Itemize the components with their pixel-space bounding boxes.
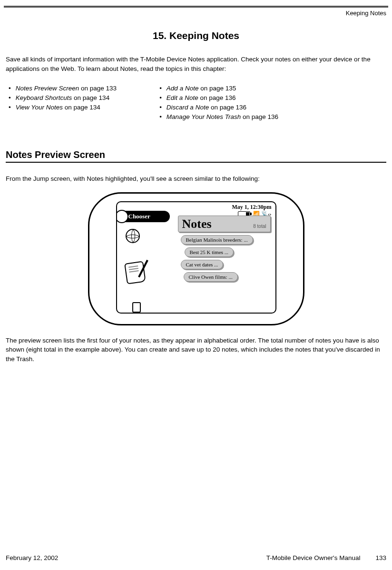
toc-page-ref: on page 134: [72, 94, 109, 101]
toc-page-ref: on page 136: [209, 104, 246, 111]
notes-preview-panel: Notes 8 total Belgian Malinois breeders:…: [178, 216, 271, 282]
toc-page-ref: on page 136: [198, 94, 236, 101]
toc-link[interactable]: Discard a Note: [167, 104, 209, 111]
toc-item: •Manage Your Notes Trash on page 136: [159, 113, 278, 120]
status-bar: May 1, 12:30pm: [117, 202, 275, 211]
section-lead: From the Jump screen, with Notes highlig…: [6, 174, 386, 184]
chooser-label: Chooser: [128, 213, 150, 220]
toc-link[interactable]: Add a Note: [167, 85, 199, 92]
chapter-toc: •Notes Preview Screen on page 133 •Keybo…: [6, 85, 386, 123]
toc-item: •Add a Note on page 135: [159, 85, 278, 92]
pencil-icon: [138, 260, 148, 277]
toc-page-ref: on page 135: [198, 85, 236, 92]
notes-preview-header: Notes 8 total: [178, 216, 271, 232]
device-screen: May 1, 12:30pm 📶 📡‹› ✦ Chooser: [116, 201, 276, 314]
page-content: 15. Keeping Notes Save all kinds of impo…: [0, 17, 392, 364]
toc-page-ref: on page 133: [79, 85, 117, 92]
toc-link[interactable]: Edit a Note: [167, 94, 198, 101]
toc-item: •View Your Notes on page 134: [9, 104, 117, 111]
notes-app-icon[interactable]: [124, 261, 146, 284]
jump-icon-column: [126, 229, 145, 313]
note-preview-item[interactable]: Best 25 K times ...: [185, 247, 234, 257]
toc-link[interactable]: Notes Preview Screen: [16, 85, 79, 92]
notes-count: 8 total: [253, 224, 266, 229]
status-datetime: May 1, 12:30pm: [232, 204, 272, 211]
section-heading: Notes Preview Screen: [6, 149, 386, 160]
note-preview-item[interactable]: Cat vet dates ...: [181, 260, 224, 269]
toc-column-right: •Add a Note on page 135 •Edit a Note on …: [159, 85, 278, 123]
globe-icon[interactable]: [126, 229, 140, 243]
toc-link[interactable]: Keyboard Shortcuts: [16, 94, 72, 101]
chapter-intro: Save all kinds of important information …: [6, 55, 386, 73]
toc-page-ref: on page 134: [63, 104, 100, 111]
section-rule: [6, 162, 386, 163]
chooser-button[interactable]: ✦ Chooser: [116, 211, 170, 222]
toc-column-left: •Notes Preview Screen on page 133 •Keybo…: [9, 85, 117, 123]
chooser-icon: ✦: [116, 210, 128, 223]
note-preview-item[interactable]: Belgian Malinois breeders: ...: [181, 235, 253, 245]
device-figure: May 1, 12:30pm 📶 📡‹› ✦ Chooser: [6, 192, 386, 325]
note-preview-item[interactable]: Clive Owen films: ...: [184, 272, 238, 282]
footer-date: February 12, 2002: [6, 554, 58, 561]
footer-page-number: 133: [375, 554, 386, 561]
toc-item: •Discard a Note on page 136: [159, 104, 278, 111]
toc-item: •Edit a Note on page 136: [159, 94, 278, 101]
app-icon[interactable]: [132, 302, 141, 313]
toc-item: •Keyboard Shortcuts on page 134: [9, 94, 117, 101]
toc-page-ref: on page 136: [241, 113, 278, 120]
footer-manual-title: T-Mobile Device Owner's Manual: [266, 554, 361, 561]
chapter-title: 15. Keeping Notes: [6, 30, 386, 41]
notes-title: Notes: [182, 217, 212, 231]
page-footer: February 12, 2002 T-Mobile Device Owner'…: [6, 554, 386, 561]
notes-preview-list: Belgian Malinois breeders: ... Best 25 K…: [178, 235, 271, 282]
toc-link[interactable]: Manage Your Notes Trash: [167, 113, 241, 120]
running-head: Keeping Notes: [0, 8, 392, 17]
toc-link[interactable]: View Your Notes: [16, 104, 63, 111]
section-caption: The preview screen lists the first four …: [6, 336, 386, 364]
toc-item: •Notes Preview Screen on page 133: [9, 85, 117, 92]
device-bezel: May 1, 12:30pm 📶 📡‹› ✦ Chooser: [88, 192, 304, 325]
